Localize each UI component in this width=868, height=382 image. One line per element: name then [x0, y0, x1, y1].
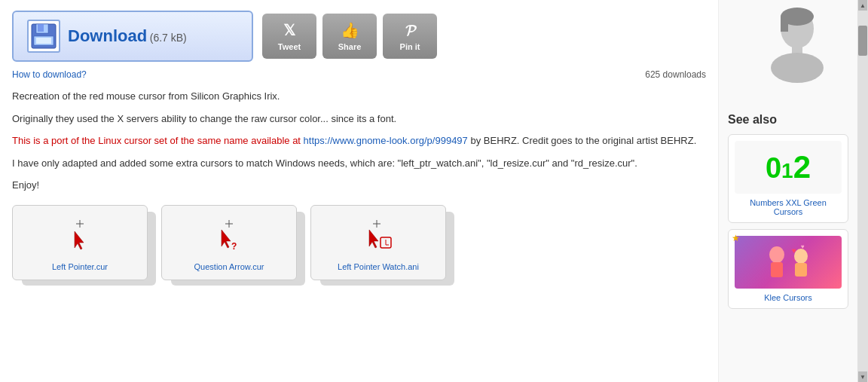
- person-area: [728, 8, 848, 105]
- cursor-card-left-pointer[interactable]: Left Pointer.cur: [12, 205, 148, 280]
- tweet-button[interactable]: 𝕏 Tweet: [262, 14, 316, 59]
- floppy-svg: [30, 23, 57, 50]
- see-also-title: See also: [728, 113, 848, 127]
- svg-marker-10: [222, 230, 231, 248]
- social-buttons-group: 𝕏 Tweet 👍 Share 𝓟 Pin it: [262, 14, 437, 59]
- pin-button[interactable]: 𝓟 Pin it: [383, 14, 437, 59]
- share-button[interactable]: 👍 Share: [322, 14, 377, 59]
- svg-marker-14: [369, 230, 378, 248]
- klee-svg: ♥ ♥: [754, 240, 822, 285]
- scrollbar[interactable]: ▲ ▼: [857, 0, 868, 382]
- download-button[interactable]: Download (6.7 kB): [12, 11, 253, 62]
- star-icon: ★: [732, 233, 740, 243]
- sidebar: See also 012 Numbers XXL Green Cursors ★…: [718, 0, 857, 382]
- meta-row: How to download? 625 downloads: [12, 69, 706, 80]
- person-silhouette: [743, 8, 833, 105]
- see-also-card-numbers[interactable]: 012 Numbers XXL Green Cursors: [728, 134, 848, 223]
- klee-label: Klee Cursors: [735, 293, 842, 302]
- pin-label: Pin it: [400, 42, 420, 51]
- cursor-card-left-pointer-watch[interactable]: Left Pointer Watch.ani: [310, 205, 446, 280]
- svg-rect-20: [781, 17, 788, 32]
- scrollbar-up-arrow[interactable]: ▲: [858, 0, 867, 11]
- share-label: Share: [338, 42, 362, 51]
- svg-rect-2: [38, 24, 44, 32]
- svg-rect-28: [795, 263, 807, 277]
- see-also-card-klee[interactable]: ★ ♥ ♥ Klee Cursors: [728, 229, 848, 309]
- desc-line5: Enjoy!: [12, 178, 706, 193]
- gnome-look-link[interactable]: https://www.gnome-look.org/p/999497: [304, 135, 468, 146]
- svg-rect-4: [36, 38, 51, 44]
- svg-marker-7: [75, 231, 84, 249]
- numbers-preview: 012: [735, 141, 842, 194]
- thumbsup-icon: 👍: [341, 21, 359, 39]
- numbers-display: 012: [766, 149, 811, 185]
- question-arrow-label: Question Arrow.cur: [191, 259, 267, 274]
- left-pointer-label: Left Pointer.cur: [49, 259, 111, 274]
- desc-line1: Recreation of the red mouse cursor from …: [12, 89, 706, 104]
- left-pointer-svg: [61, 216, 99, 254]
- pinterest-icon: 𝓟: [405, 22, 415, 39]
- description-block: Recreation of the red mouse cursor from …: [12, 89, 706, 193]
- question-arrow-svg: ?: [210, 216, 248, 254]
- numbers-label: Numbers XXL Green Cursors: [735, 198, 842, 216]
- left-pointer-watch-svg: [358, 216, 399, 254]
- floppy-disk-icon: [27, 20, 60, 53]
- desc-line2: Originally they used the X servers abili…: [12, 112, 706, 127]
- desc-line3-suffix: by BEHRZ. Credit goes to the original ar…: [468, 135, 696, 146]
- desc-line3-red: This is a port of the Linux cursor set o…: [12, 135, 304, 146]
- svg-text:?: ?: [231, 241, 237, 252]
- download-label: Download: [68, 26, 147, 45]
- left-pointer-watch-preview: [311, 210, 445, 259]
- twitter-icon: 𝕏: [283, 21, 295, 39]
- download-size: (6.7 kB): [150, 32, 187, 44]
- svg-rect-24: [771, 262, 783, 277]
- svg-point-27: [794, 249, 808, 264]
- tweet-label: Tweet: [278, 42, 301, 51]
- desc-line4: I have only adapted and added some extra…: [12, 156, 706, 171]
- scrollbar-thumb[interactable]: [858, 26, 867, 56]
- klee-preview: ♥ ♥: [735, 236, 842, 289]
- left-pointer-watch-label: Left Pointer Watch.ani: [335, 259, 422, 274]
- cursor-card-question-arrow[interactable]: ? Question Arrow.cur: [161, 205, 297, 280]
- how-to-link[interactable]: How to download?: [12, 69, 87, 80]
- download-text-group: Download (6.7 kB): [68, 26, 187, 46]
- scrollbar-down-arrow[interactable]: ▼: [858, 371, 867, 382]
- desc-line3: This is a port of the Linux cursor set o…: [12, 133, 706, 148]
- left-pointer-preview: [13, 210, 147, 259]
- downloads-count: 625 downloads: [645, 69, 706, 80]
- cursor-previews: Left Pointer.cur ? Question Arrow.cur: [12, 205, 706, 280]
- svg-point-23: [769, 246, 784, 263]
- question-arrow-preview: ?: [162, 210, 296, 259]
- svg-point-22: [771, 53, 824, 83]
